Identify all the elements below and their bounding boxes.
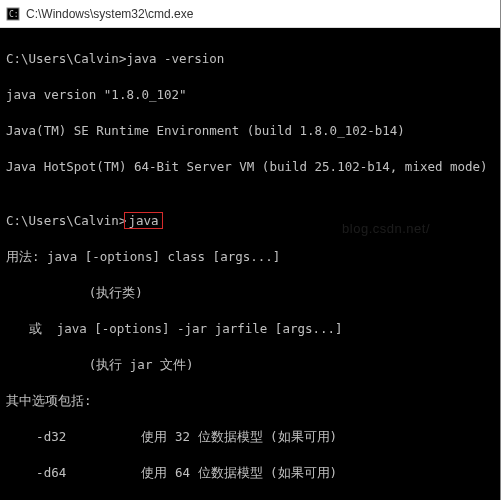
console-area[interactable]: C:\Users\Calvin>java -version java versi… bbox=[0, 28, 500, 500]
output-line: (执行 jar 文件) bbox=[6, 356, 494, 374]
output-line: 用法: java [-options] class [args...] bbox=[6, 248, 494, 266]
output-line: Java HotSpot(TM) 64-Bit Server VM (build… bbox=[6, 158, 494, 176]
prompt-line: C:\Users\Calvin>java bbox=[6, 212, 494, 230]
window-title: C:\Windows\system32\cmd.exe bbox=[26, 7, 193, 21]
output-line: java version "1.8.0_102" bbox=[6, 86, 494, 104]
output-line: (执行类) bbox=[6, 284, 494, 302]
cmd-icon: C: bbox=[6, 7, 20, 21]
titlebar[interactable]: C: C:\Windows\system32\cmd.exe bbox=[0, 0, 500, 28]
highlight-box: java bbox=[124, 212, 162, 229]
output-line: -d32 使用 32 位数据模型 (如果可用) bbox=[6, 428, 494, 446]
output-line: 或 java [-options] -jar jarfile [args...] bbox=[6, 320, 494, 338]
output-line: C:\Users\Calvin>java -version bbox=[6, 50, 494, 68]
output-line: 其中选项包括: bbox=[6, 392, 494, 410]
cmd-window: C: C:\Windows\system32\cmd.exe C:\Users\… bbox=[0, 0, 501, 500]
prompt-text: C:\Users\Calvin> bbox=[6, 213, 126, 228]
svg-text:C:: C: bbox=[9, 10, 19, 19]
output-line: Java(TM) SE Runtime Environment (build 1… bbox=[6, 122, 494, 140]
output-line: -d64 使用 64 位数据模型 (如果可用) bbox=[6, 464, 494, 482]
